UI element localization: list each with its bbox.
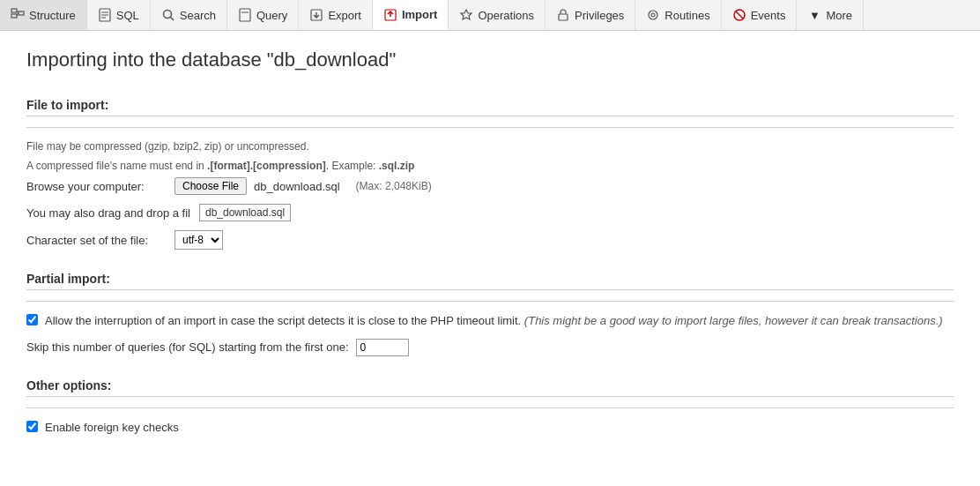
nav-events[interactable]: Events (722, 0, 798, 30)
svg-rect-11 (240, 9, 250, 21)
partial-import-section: Partial import: Allow the interruption o… (26, 272, 954, 356)
nav-operations[interactable]: Operations (449, 0, 546, 30)
svg-line-10 (170, 18, 174, 21)
nav-sql[interactable]: SQL (87, 0, 151, 30)
main-content: Importing into the database "db_download… (0, 31, 980, 475)
charset-label: Character set of the file: (26, 234, 167, 247)
skip-input[interactable] (356, 339, 409, 356)
allow-interruption-checkbox[interactable] (26, 314, 38, 325)
nav-search-label: Search (180, 9, 216, 22)
file-name-display: db_download.sql (254, 180, 340, 193)
nav-import[interactable]: Import (373, 0, 449, 30)
browse-label: Browse your computer: (26, 180, 167, 193)
svg-rect-2 (19, 11, 24, 15)
info-extension: A compressed file's name must end in .[f… (26, 158, 954, 174)
search-icon (161, 8, 175, 22)
nav-structure[interactable]: Structure (0, 0, 87, 30)
nav-export[interactable]: Export (299, 0, 373, 30)
export-icon (309, 8, 323, 22)
max-size-label: (Max: 2,048KiB) (356, 180, 432, 192)
nav-sql-label: SQL (116, 9, 139, 22)
allow-interruption-label: Allow the interruption of an import in c… (45, 312, 943, 330)
operations-icon (459, 8, 473, 22)
more-icon: ▼ (807, 8, 821, 22)
info-ext-middle: .[format].[compression] (207, 160, 326, 172)
svg-rect-17 (559, 14, 568, 20)
foreign-key-label: Enable foreign key checks (45, 419, 179, 437)
nav-routines[interactable]: Routines (635, 0, 721, 30)
nav-more-label: More (826, 9, 852, 22)
svg-point-19 (651, 13, 655, 17)
sql-icon (98, 8, 112, 22)
nav-privileges-label: Privileges (575, 9, 624, 22)
info-ext-suffix: . Example: (326, 160, 379, 172)
import-icon (383, 8, 397, 22)
info-ext-example: .sql.zip (379, 160, 415, 172)
skip-row: Skip this number of queries (for SQL) st… (26, 339, 954, 356)
allow-interruption-italic: (This might be a good way to import larg… (524, 314, 943, 327)
query-icon (238, 8, 252, 22)
choose-file-button[interactable]: Choose File (174, 177, 247, 195)
events-icon (732, 8, 746, 22)
svg-rect-0 (11, 9, 17, 12)
nav-export-label: Export (328, 9, 361, 22)
file-to-import-header: File to import: (26, 98, 954, 116)
nav-import-label: Import (402, 8, 437, 21)
nav-structure-label: Structure (29, 9, 76, 22)
file-to-import-section: File to import: File may be compressed (… (26, 98, 954, 250)
nav-routines-label: Routines (664, 9, 709, 22)
nav-privileges[interactable]: Privileges (546, 0, 635, 30)
routines-icon (646, 8, 660, 22)
svg-point-18 (649, 11, 657, 19)
drag-drop-text: You may also drag and drop a fil (26, 206, 190, 220)
other-options-divider (26, 407, 954, 408)
nav-bar: Structure SQL Search Query Export Import (0, 0, 980, 31)
browse-row: Browse your computer: Choose File db_dow… (26, 177, 954, 195)
info-compressed: File may be compressed (gzip, bzip2, zip… (26, 138, 954, 154)
foreign-key-checkbox[interactable] (26, 421, 38, 432)
nav-query[interactable]: Query (227, 0, 299, 30)
structure-icon (11, 8, 25, 22)
info-ext-prefix: A compressed file's name must end in (26, 160, 207, 172)
partial-section-divider (26, 301, 954, 302)
other-options-header: Other options: (26, 378, 954, 397)
svg-line-21 (736, 11, 743, 19)
drag-drop-tooltip: db_download.sql (199, 204, 291, 221)
nav-events-label: Events (751, 9, 786, 22)
other-options-section: Other options: Enable foreign key checks (26, 378, 954, 437)
privileges-icon (556, 8, 570, 22)
drag-drop-row: You may also drag and drop a fil db_down… (26, 204, 954, 221)
nav-operations-label: Operations (478, 9, 534, 22)
nav-more[interactable]: ▼ More (797, 0, 864, 30)
partial-import-header: Partial import: (26, 272, 954, 290)
nav-query-label: Query (256, 9, 287, 22)
nav-search[interactable]: Search (151, 0, 227, 30)
allow-interruption-text: Allow the interruption of an import in c… (45, 314, 521, 327)
svg-point-9 (163, 11, 171, 19)
page-title: Importing into the database "db_download… (26, 49, 954, 71)
file-section-divider (26, 127, 954, 128)
charset-row: Character set of the file: utf-8 (26, 230, 954, 250)
allow-interruption-row: Allow the interruption of an import in c… (26, 312, 954, 330)
skip-label: Skip this number of queries (for SQL) st… (26, 340, 349, 354)
svg-rect-1 (11, 14, 17, 18)
charset-select[interactable]: utf-8 (174, 230, 223, 250)
foreign-key-row: Enable foreign key checks (26, 419, 954, 437)
